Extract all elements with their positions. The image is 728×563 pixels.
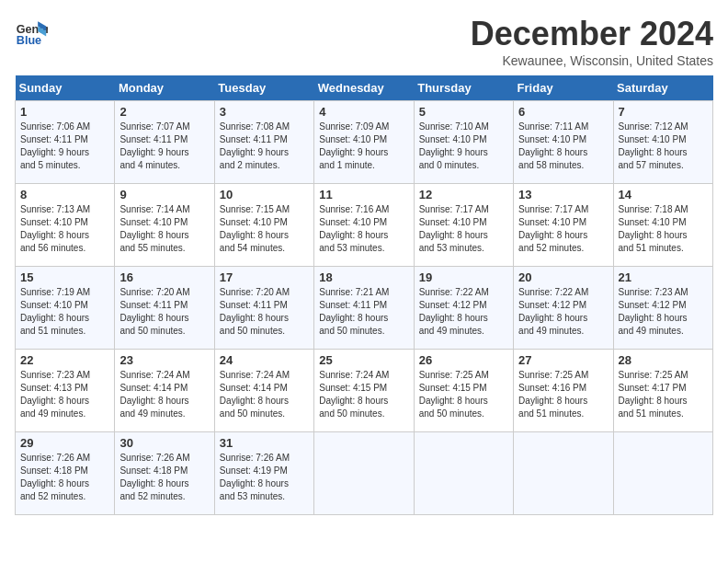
- calendar-cell: 3Sunrise: 7:08 AM Sunset: 4:11 PM Daylig…: [214, 101, 313, 184]
- day-number: 28: [619, 353, 708, 367]
- calendar-week-row: 1Sunrise: 7:06 AM Sunset: 4:11 PM Daylig…: [16, 101, 713, 184]
- calendar-cell: 12Sunrise: 7:17 AM Sunset: 4:10 PM Dayli…: [414, 184, 513, 267]
- day-info: Sunrise: 7:24 AM Sunset: 4:14 PM Dayligh…: [119, 369, 209, 420]
- calendar-cell: 11Sunrise: 7:16 AM Sunset: 4:10 PM Dayli…: [314, 184, 414, 267]
- day-info: Sunrise: 7:24 AM Sunset: 4:14 PM Dayligh…: [220, 369, 309, 420]
- calendar-cell: 30Sunrise: 7:26 AM Sunset: 4:18 PM Dayli…: [115, 432, 214, 515]
- calendar-cell: 17Sunrise: 7:20 AM Sunset: 4:11 PM Dayli…: [214, 267, 313, 350]
- day-number: 31: [220, 436, 309, 450]
- day-number: 4: [319, 105, 408, 119]
- svg-text:Blue: Blue: [17, 34, 41, 47]
- calendar-cell: 15Sunrise: 7:19 AM Sunset: 4:10 PM Dayli…: [16, 267, 115, 350]
- calendar-cell: 8Sunrise: 7:13 AM Sunset: 4:10 PM Daylig…: [16, 184, 115, 267]
- logo: General Blue: [15, 15, 48, 48]
- day-number: 1: [20, 105, 109, 119]
- calendar-cell: 10Sunrise: 7:15 AM Sunset: 4:10 PM Dayli…: [214, 184, 313, 267]
- day-of-week-header: Sunday: [16, 75, 115, 101]
- calendar-cell: 5Sunrise: 7:10 AM Sunset: 4:10 PM Daylig…: [414, 101, 513, 184]
- calendar-cell: 1Sunrise: 7:06 AM Sunset: 4:11 PM Daylig…: [16, 101, 115, 184]
- calendar-cell: 22Sunrise: 7:23 AM Sunset: 4:13 PM Dayli…: [16, 350, 115, 432]
- day-number: 6: [518, 105, 608, 119]
- calendar-cell: 29Sunrise: 7:26 AM Sunset: 4:18 PM Dayli…: [16, 432, 115, 515]
- day-number: 25: [319, 353, 408, 367]
- calendar-cell: 28Sunrise: 7:25 AM Sunset: 4:17 PM Dayli…: [613, 350, 712, 432]
- calendar-week-row: 29Sunrise: 7:26 AM Sunset: 4:18 PM Dayli…: [16, 432, 713, 515]
- calendar-title: December 2024: [471, 15, 713, 53]
- calendar-cell: 6Sunrise: 7:11 AM Sunset: 4:10 PM Daylig…: [514, 101, 613, 184]
- day-number: 10: [220, 188, 309, 201]
- calendar-header-row: SundayMondayTuesdayWednesdayThursdayFrid…: [16, 75, 713, 101]
- day-info: Sunrise: 7:20 AM Sunset: 4:11 PM Dayligh…: [119, 286, 209, 338]
- day-info: Sunrise: 7:10 AM Sunset: 4:10 PM Dayligh…: [419, 121, 508, 172]
- day-number: 27: [518, 353, 608, 367]
- calendar-cell: [514, 432, 613, 515]
- page-header: General Blue December 2024 Kewaunee, Wis…: [15, 15, 713, 68]
- calendar-cell: 18Sunrise: 7:21 AM Sunset: 4:11 PM Dayli…: [314, 267, 414, 350]
- day-number: 24: [220, 353, 309, 367]
- day-info: Sunrise: 7:23 AM Sunset: 4:12 PM Dayligh…: [619, 286, 708, 338]
- day-info: Sunrise: 7:09 AM Sunset: 4:10 PM Dayligh…: [319, 121, 408, 172]
- calendar-table: SundayMondayTuesdayWednesdayThursdayFrid…: [15, 75, 713, 515]
- day-info: Sunrise: 7:07 AM Sunset: 4:11 PM Dayligh…: [119, 121, 209, 172]
- calendar-cell: 20Sunrise: 7:22 AM Sunset: 4:12 PM Dayli…: [514, 267, 613, 350]
- calendar-week-row: 22Sunrise: 7:23 AM Sunset: 4:13 PM Dayli…: [16, 350, 713, 432]
- day-info: Sunrise: 7:25 AM Sunset: 4:15 PM Dayligh…: [419, 369, 508, 420]
- day-number: 14: [619, 188, 708, 201]
- day-info: Sunrise: 7:14 AM Sunset: 4:10 PM Dayligh…: [119, 203, 209, 255]
- day-number: 7: [619, 105, 708, 119]
- calendar-cell: 2Sunrise: 7:07 AM Sunset: 4:11 PM Daylig…: [115, 101, 214, 184]
- day-number: 2: [119, 105, 209, 119]
- day-number: 11: [319, 188, 408, 201]
- day-info: Sunrise: 7:26 AM Sunset: 4:18 PM Dayligh…: [20, 452, 109, 503]
- day-of-week-header: Thursday: [414, 75, 513, 101]
- day-info: Sunrise: 7:24 AM Sunset: 4:15 PM Dayligh…: [319, 369, 408, 420]
- calendar-cell: 23Sunrise: 7:24 AM Sunset: 4:14 PM Dayli…: [115, 350, 214, 432]
- day-of-week-header: Saturday: [613, 75, 712, 101]
- calendar-cell: 25Sunrise: 7:24 AM Sunset: 4:15 PM Dayli…: [314, 350, 414, 432]
- calendar-cell: 14Sunrise: 7:18 AM Sunset: 4:10 PM Dayli…: [613, 184, 712, 267]
- day-number: 22: [20, 353, 109, 367]
- day-info: Sunrise: 7:25 AM Sunset: 4:16 PM Dayligh…: [518, 369, 608, 420]
- day-number: 3: [220, 105, 309, 119]
- day-number: 19: [419, 270, 508, 284]
- title-block: December 2024 Kewaunee, Wisconsin, Unite…: [471, 15, 713, 68]
- calendar-cell: [613, 432, 712, 515]
- day-info: Sunrise: 7:23 AM Sunset: 4:13 PM Dayligh…: [20, 369, 109, 420]
- day-number: 13: [518, 188, 608, 201]
- day-info: Sunrise: 7:15 AM Sunset: 4:10 PM Dayligh…: [220, 203, 309, 255]
- day-number: 18: [319, 270, 408, 284]
- day-info: Sunrise: 7:25 AM Sunset: 4:17 PM Dayligh…: [619, 369, 708, 420]
- day-number: 12: [419, 188, 508, 201]
- day-info: Sunrise: 7:20 AM Sunset: 4:11 PM Dayligh…: [220, 286, 309, 338]
- calendar-cell: [414, 432, 513, 515]
- day-number: 26: [419, 353, 508, 367]
- day-number: 23: [119, 353, 209, 367]
- day-number: 29: [20, 436, 109, 450]
- calendar-week-row: 8Sunrise: 7:13 AM Sunset: 4:10 PM Daylig…: [16, 184, 713, 267]
- day-info: Sunrise: 7:19 AM Sunset: 4:10 PM Dayligh…: [20, 286, 109, 338]
- day-number: 20: [518, 270, 608, 284]
- calendar-cell: 19Sunrise: 7:22 AM Sunset: 4:12 PM Dayli…: [414, 267, 513, 350]
- calendar-week-row: 15Sunrise: 7:19 AM Sunset: 4:10 PM Dayli…: [16, 267, 713, 350]
- day-info: Sunrise: 7:22 AM Sunset: 4:12 PM Dayligh…: [518, 286, 608, 338]
- day-number: 9: [119, 188, 209, 201]
- day-of-week-header: Friday: [514, 75, 613, 101]
- day-info: Sunrise: 7:22 AM Sunset: 4:12 PM Dayligh…: [419, 286, 508, 338]
- day-info: Sunrise: 7:18 AM Sunset: 4:10 PM Dayligh…: [619, 203, 708, 255]
- day-info: Sunrise: 7:21 AM Sunset: 4:11 PM Dayligh…: [319, 286, 408, 338]
- day-info: Sunrise: 7:11 AM Sunset: 4:10 PM Dayligh…: [518, 121, 608, 172]
- day-of-week-header: Tuesday: [214, 75, 313, 101]
- calendar-cell: 24Sunrise: 7:24 AM Sunset: 4:14 PM Dayli…: [214, 350, 313, 432]
- day-number: 16: [119, 270, 209, 284]
- day-of-week-header: Monday: [115, 75, 214, 101]
- calendar-cell: 4Sunrise: 7:09 AM Sunset: 4:10 PM Daylig…: [314, 101, 414, 184]
- day-info: Sunrise: 7:13 AM Sunset: 4:10 PM Dayligh…: [20, 203, 109, 255]
- day-info: Sunrise: 7:16 AM Sunset: 4:10 PM Dayligh…: [319, 203, 408, 255]
- calendar-cell: 21Sunrise: 7:23 AM Sunset: 4:12 PM Dayli…: [613, 267, 712, 350]
- calendar-cell: 31Sunrise: 7:26 AM Sunset: 4:19 PM Dayli…: [214, 432, 313, 515]
- day-info: Sunrise: 7:12 AM Sunset: 4:10 PM Dayligh…: [619, 121, 708, 172]
- day-number: 21: [619, 270, 708, 284]
- day-info: Sunrise: 7:06 AM Sunset: 4:11 PM Dayligh…: [20, 121, 109, 172]
- day-info: Sunrise: 7:26 AM Sunset: 4:19 PM Dayligh…: [220, 452, 309, 503]
- day-number: 8: [20, 188, 109, 201]
